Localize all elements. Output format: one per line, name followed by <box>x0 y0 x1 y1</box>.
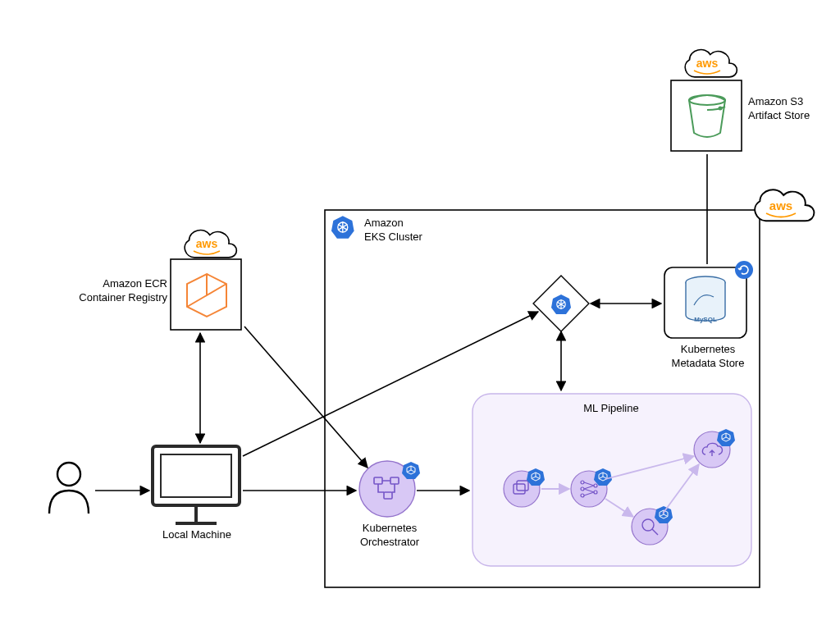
svg-point-31 <box>57 463 80 486</box>
svg-point-11 <box>719 107 723 111</box>
ml-pipeline-label: ML Pipeline <box>541 402 681 416</box>
k8s-service-node <box>533 276 589 331</box>
orchestrator-label: KubernetesOrchestrator <box>345 522 435 550</box>
ecr-label: Amazon ECRContainer Registry <box>52 277 167 305</box>
svg-rect-33 <box>161 454 231 497</box>
eks-cluster-label: AmazonEKS Cluster <box>364 217 463 244</box>
svg-text:MySQL: MySQL <box>694 316 717 323</box>
aws-logo-text: aws <box>769 199 792 212</box>
aws-logo-text: aws <box>196 237 218 250</box>
local-machine-label: Local Machine <box>148 528 246 542</box>
s3-label: Amazon S3Artifact Store <box>748 95 838 123</box>
s3-box <box>671 80 742 151</box>
computer-icon <box>153 446 240 523</box>
mysql-icon: MySQL <box>686 276 725 323</box>
kubernetes-icon <box>331 216 354 239</box>
diagram-canvas: { "nodes": { "user": {"label": ""}, "loc… <box>0 0 840 630</box>
kubernetes-pod-icon <box>402 462 420 479</box>
aws-logo-text: aws <box>696 57 719 70</box>
user-icon <box>49 463 89 514</box>
refresh-icon <box>735 261 753 279</box>
metadata-store-label: KubernetesMetadata Store <box>655 343 761 371</box>
